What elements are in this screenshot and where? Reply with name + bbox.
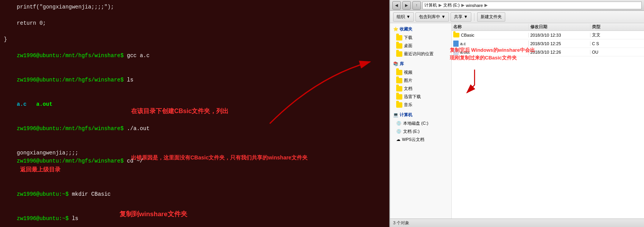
nav-back-button[interactable]: ◀ bbox=[392, 1, 401, 10]
organize-button[interactable]: 组织 ▼ bbox=[393, 12, 414, 22]
term-line-ls2: zw1996@ubuntu:~$ ls bbox=[4, 207, 385, 227]
cbasic-filename: CBasic bbox=[461, 33, 474, 37]
addr-sep1: ▶ bbox=[439, 3, 442, 8]
address-bar[interactable]: 计算机 ▶ 文档 (E:) ▶ winshare ▶ bbox=[422, 2, 642, 9]
explorer-titlebar: ◀ ▶ ↑ 计算机 ▶ 文档 (E:) ▶ winshare ▶ bbox=[390, 0, 644, 11]
term-line-ls1: zw1996@ubuntu:/mnt/hgfs/winshare$ ls bbox=[4, 68, 385, 92]
status-text: 3 个对象 bbox=[393, 220, 409, 226]
folder-icon-cbasic bbox=[453, 33, 459, 37]
organize-label: 组织 ▼ bbox=[397, 14, 410, 20]
folder-icon-docs bbox=[396, 86, 402, 91]
file-item-cbasic[interactable]: CBasic 2018/3/10 12:33 文文 bbox=[452, 31, 644, 39]
sidebar-favorites-header[interactable]: ⭐ 收藏夹 bbox=[390, 25, 451, 34]
sidebar-item-video[interactable]: 视频 bbox=[390, 68, 451, 76]
aout-date: 2018/3/10 12:26 bbox=[529, 50, 590, 54]
term-line-return: return 0; bbox=[4, 19, 385, 27]
sidebar-item-music[interactable]: 音乐 bbox=[390, 101, 451, 109]
folder-icon-desktop bbox=[396, 43, 402, 49]
sidebar-library-section: 📚 库 视频 图片 文档 迅雷下载 bbox=[390, 59, 451, 109]
folder-icon-recent bbox=[396, 51, 402, 57]
include-library-button[interactable]: 包含到库中 ▼ bbox=[415, 12, 449, 22]
sidebar-item-downloads[interactable]: 下载 bbox=[390, 34, 451, 42]
new-folder-button[interactable]: 新建文件夹 bbox=[477, 12, 505, 22]
ac-filename: a.c bbox=[460, 41, 466, 46]
music-label: 音乐 bbox=[404, 102, 412, 108]
cmd-mkdir: mkdir CBasic bbox=[69, 191, 111, 197]
images-label: 图片 bbox=[404, 78, 412, 83]
annotation-cd: 返回最上级目录 bbox=[17, 166, 61, 173]
cmd-ls1: ls bbox=[124, 77, 133, 83]
aout-type: OU bbox=[590, 50, 621, 54]
sidebar-item-desktop[interactable]: 桌面 bbox=[390, 42, 451, 50]
share-button[interactable]: 共享 ▼ bbox=[451, 12, 471, 22]
col-date-header[interactable]: 修改日期 bbox=[529, 24, 590, 30]
file-icon-ac bbox=[453, 41, 459, 47]
addr-computer: 计算机 bbox=[424, 2, 437, 8]
toolbar-separator bbox=[474, 13, 474, 21]
file-ac: a.c bbox=[17, 101, 27, 107]
favorites-label: 收藏夹 bbox=[400, 27, 412, 31]
col-name-header[interactable]: 名称 bbox=[452, 24, 529, 30]
docs-label: 文档 bbox=[404, 86, 412, 91]
sidebar-item-images[interactable]: 图片 bbox=[390, 76, 451, 85]
term-line-brace: } bbox=[4, 36, 385, 44]
sidebar-item-docs[interactable]: 文档 bbox=[390, 85, 451, 93]
term-line-mkdir: zw1996@ubuntu:~$ mkdir CBasic bbox=[4, 182, 385, 207]
recent-label: 最近访问的位置 bbox=[404, 51, 434, 57]
explorer-toolbar: 组织 ▼ 包含到库中 ▼ 共享 ▼ 新建文件夹 bbox=[390, 11, 644, 23]
prompt-aout: zw1996@ubuntu:/mnt/hgfs/winshare$ bbox=[17, 125, 124, 132]
term-line-blank1 bbox=[4, 11, 385, 19]
terminal-panel: printf("gongxiangwenjia;;;;"); return 0;… bbox=[0, 0, 389, 227]
sidebar-item-e-drive[interactable]: 💿 文档 (E:) bbox=[390, 127, 451, 136]
addr-sep3: ▶ bbox=[484, 3, 488, 8]
filelist-header: 名称 修改日期 类型 bbox=[452, 23, 644, 31]
c-drive-label: 本地磁盘 (C:) bbox=[403, 120, 428, 126]
prompt-ls2: zw1996@ubuntu:~$ bbox=[17, 215, 69, 222]
term-line-aout: zw1996@ubuntu:/mnt/hgfs/winshare$ ./a.ou… bbox=[4, 117, 385, 141]
addr-sep2: ▶ bbox=[461, 3, 464, 8]
prompt-gcc: zw1996@ubuntu:/mnt/hgfs/winshare$ bbox=[17, 53, 124, 59]
sidebar-item-recent[interactable]: 最近访问的位置 bbox=[390, 50, 451, 58]
video-label: 视频 bbox=[404, 69, 412, 75]
term-line-output1: gongxiangwenjia;;;; zw1996@ubuntu:/mnt/h… bbox=[4, 141, 385, 182]
annotation-windows-copy: 复制完后 Windows的winshare中会出现刚复制过来的CBasic文件夹 bbox=[450, 46, 535, 61]
addr-folder: winshare bbox=[466, 3, 483, 8]
explorer-statusbar: 3 个对象 bbox=[390, 219, 644, 227]
wps-cloud-label: WPS云文档 bbox=[402, 137, 424, 142]
explorer-panel: ◀ ▶ ↑ 计算机 ▶ 文档 (E:) ▶ winshare ▶ 组织 ▼ 包含… bbox=[389, 0, 644, 227]
sidebar-favorites-section: ⭐ 收藏夹 下载 桌面 最近访问的位置 bbox=[390, 25, 451, 58]
ac-date: 2018/3/10 12:25 bbox=[529, 41, 590, 46]
file-aout: a.out bbox=[36, 101, 52, 107]
addr-drive: 文档 (E:) bbox=[443, 2, 460, 8]
cbasic-type: 文文 bbox=[590, 32, 621, 38]
sidebar-library-header[interactable]: 📚 库 bbox=[390, 59, 451, 68]
term-line-1: printf("gongxiangwenjia;;;;"); bbox=[4, 3, 385, 11]
folder-icon-downloads bbox=[396, 35, 402, 41]
drive-icon-e: 💿 bbox=[396, 129, 402, 134]
sidebar-item-c-drive[interactable]: 💿 本地磁盘 (C:) bbox=[390, 119, 451, 127]
cmd-gcc: gcc a.c bbox=[124, 53, 150, 59]
folder-icon-video bbox=[396, 70, 402, 75]
ac-type: C S bbox=[590, 41, 621, 46]
folder-icon-images bbox=[396, 78, 402, 83]
term-line-blank2 bbox=[4, 27, 385, 36]
folder-icon-thunder bbox=[396, 94, 402, 100]
nav-up-button[interactable]: ↑ bbox=[412, 1, 421, 10]
nav-forward-button[interactable]: ▶ bbox=[402, 1, 411, 10]
new-folder-label: 新建文件夹 bbox=[481, 14, 502, 20]
sidebar-computer-section: 💻 计算机 💿 本地磁盘 (C:) 💿 文档 (E:) ☁ WPS云文档 bbox=[390, 110, 451, 144]
sidebar-item-wps-cloud[interactable]: ☁ WPS云文档 bbox=[390, 136, 451, 144]
annotation-error: 出错原因是，这里面没有CBasic文件夹，只有我们共享的winshare文件夹 bbox=[131, 154, 308, 161]
share-label: 共享 ▼ bbox=[454, 14, 468, 20]
cloud-icon: ☁ bbox=[396, 137, 400, 142]
sidebar-computer-header[interactable]: 💻 计算机 bbox=[390, 110, 451, 119]
folder-icon-music bbox=[396, 102, 402, 108]
explorer-sidebar: ⭐ 收藏夹 下载 桌面 最近访问的位置 📚 库 bbox=[390, 23, 452, 219]
downloads-label: 下载 bbox=[404, 35, 412, 41]
sidebar-item-thunder[interactable]: 迅雷下载 bbox=[390, 93, 451, 101]
cbasic-date: 2018/3/10 12:33 bbox=[529, 33, 590, 37]
col-type-header[interactable]: 类型 bbox=[590, 24, 621, 30]
annotation-copy: 复制到winshare文件夹 bbox=[119, 210, 187, 219]
annotation-mkdir: 在该目录下创建CBsic文件夹，列出 bbox=[131, 107, 229, 115]
prompt-cd: zw1996@ubuntu:/mnt/hgfs/winshare$ bbox=[17, 158, 124, 164]
